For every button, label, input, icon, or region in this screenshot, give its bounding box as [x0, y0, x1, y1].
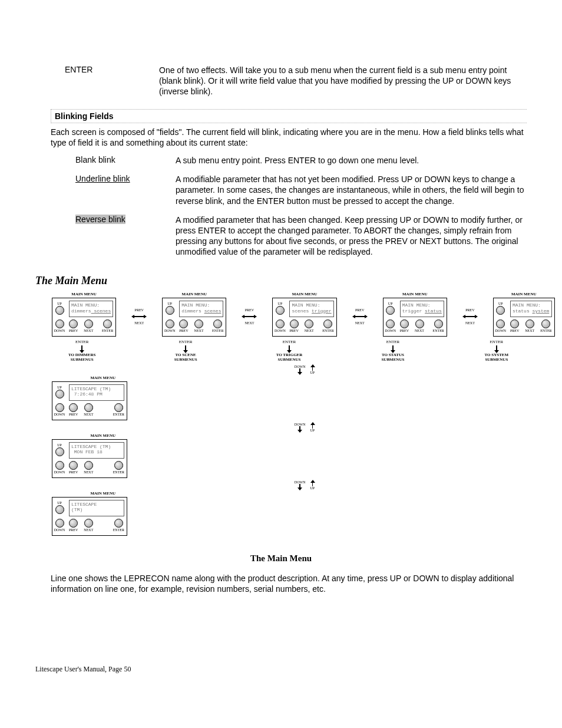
up-button[interactable]	[55, 447, 64, 456]
menu-unit-box: UPDOWNLITESCAPE (TM) 7:26:48 PMPREVNEXTE…	[52, 381, 127, 420]
lcd-screen: LITESCAPE (TM) MON FEB 18	[69, 442, 124, 459]
up-button[interactable]	[276, 306, 285, 315]
enter-label: ENTER	[102, 329, 113, 332]
prev-button[interactable]	[290, 319, 299, 328]
down-label: DOWN	[54, 528, 65, 532]
up-label: UP	[495, 302, 507, 305]
down-button[interactable]	[166, 319, 174, 328]
up-label: UP	[310, 429, 315, 432]
enter-button[interactable]	[434, 319, 443, 328]
blinking-intro: Each screen is composed of "fields". The…	[51, 127, 527, 148]
enter-body: One of two effects. Will take you to a s…	[159, 65, 527, 97]
down-button[interactable]	[55, 403, 64, 412]
enter-button[interactable]	[103, 319, 112, 328]
enter-submenu-arrow: ENTERTO SYSTEMSUBMENUS	[467, 340, 527, 362]
next-button[interactable]	[194, 319, 203, 328]
prev-next-connector: PREVNEXT	[464, 308, 477, 325]
underline-blink-term: Underline blink	[75, 174, 130, 183]
prev-label: PREV	[289, 329, 298, 332]
menu-unit: MAIN MENUUPDOWNMAIN MENU: trigger status…	[383, 292, 447, 337]
down-up-connector: DOWNUP	[82, 365, 527, 374]
menu-unit-box: UPDOWNMAIN MENU: dimmers scenesPREVNEXTE…	[162, 298, 226, 337]
up-button[interactable]	[55, 390, 64, 398]
next-label: NEXT	[244, 321, 254, 325]
enter-button[interactable]	[114, 519, 123, 528]
next-label: NEXT	[84, 528, 93, 532]
down-button[interactable]	[55, 519, 64, 528]
enter-button[interactable]	[114, 461, 123, 470]
down-button[interactable]	[55, 461, 64, 470]
down-button[interactable]	[276, 319, 285, 328]
prev-button[interactable]	[69, 519, 78, 528]
menu-unit-title: MAIN MENU	[52, 491, 127, 496]
prev-button[interactable]	[69, 461, 78, 470]
prev-label: PREV	[69, 413, 78, 416]
lcd-screen: MAIN MENU: dimmers scenes	[69, 301, 113, 317]
prev-next-connector: PREVNEXT	[353, 308, 366, 325]
next-label: NEXT	[84, 329, 93, 332]
lcd-screen: MAIN MENU: dimmers scenes	[179, 301, 223, 317]
next-button[interactable]	[84, 519, 93, 528]
prev-button[interactable]	[69, 319, 78, 328]
up-button[interactable]	[55, 505, 64, 514]
prev-button[interactable]	[400, 319, 409, 328]
enter-button[interactable]	[323, 319, 332, 328]
menu-unit-title: MAIN MENU	[52, 375, 127, 380]
next-label: NEXT	[134, 321, 144, 325]
up-button[interactable]	[55, 306, 64, 315]
menu-unit-title: MAIN MENU	[52, 292, 116, 297]
up-button[interactable]	[166, 306, 174, 315]
up-label: UP	[164, 302, 176, 305]
next-label: NEXT	[355, 321, 365, 325]
enter-button[interactable]	[541, 319, 550, 328]
diagram-caption: The Main Menu	[35, 554, 527, 564]
up-label: UP	[54, 386, 65, 389]
down-button[interactable]	[386, 319, 395, 328]
lcd-screen: LITESCAPE (TM)	[69, 500, 124, 516]
menu-unit-title: MAIN MENU	[162, 292, 226, 297]
prev-label: PREV	[69, 470, 78, 474]
menu-unit-box: UPDOWNMAIN MENU: status systemPREVNEXTEN…	[493, 298, 555, 337]
blank-blink-body: A sub menu entry point. Press ENTER to g…	[176, 155, 527, 166]
menu-unit-title: MAIN MENU	[493, 292, 555, 297]
down-label: DOWN	[54, 329, 65, 332]
up-button[interactable]	[386, 306, 395, 315]
next-button[interactable]	[305, 319, 313, 328]
menu-unit-box: UPDOWNMAIN MENU: dimmers scenesPREVNEXTE…	[52, 298, 116, 337]
lcd-screen: MAIN MENU: status system	[510, 301, 552, 317]
down-label: DOWN	[274, 329, 286, 332]
down-button[interactable]	[496, 319, 505, 328]
enter-label: ENTER	[386, 340, 400, 345]
menu-unit-title: MAIN MENU	[52, 433, 127, 438]
down-button[interactable]	[55, 319, 64, 328]
menu-unit: MAIN MENUUPDOWNMAIN MENU: dimmers scenes…	[162, 292, 226, 337]
lcd-screen: LITESCAPE (TM) 7:26:48 PM	[69, 384, 124, 401]
blank-blink-row: Blank blink A sub menu entry point. Pres…	[75, 155, 527, 166]
submenu-label-2: SUBMENUS	[174, 357, 197, 362]
enter-submenu-arrow: ENTERTO STATUSSUBMENUS	[363, 340, 423, 362]
prev-button[interactable]	[510, 319, 519, 328]
next-button[interactable]	[415, 319, 424, 328]
menu-diagram: MAIN MENUUPDOWNMAIN MENU: dimmers scenes…	[52, 292, 527, 535]
up-label: UP	[54, 501, 65, 505]
up-label: UP	[274, 302, 286, 305]
enter-definition: ENTER One of two effects. Will take you …	[35, 65, 527, 97]
prev-button[interactable]	[69, 403, 78, 412]
down-label: DOWN	[54, 413, 65, 416]
enter-button[interactable]	[213, 319, 222, 328]
next-label: NEXT	[305, 329, 314, 332]
reverse-blink-row: Reverse blink A modified parameter that …	[75, 215, 527, 258]
up-button[interactable]	[496, 306, 505, 315]
next-label: NEXT	[84, 470, 93, 474]
prev-button[interactable]	[179, 319, 188, 328]
menu-unit: MAIN MENUUPDOWNMAIN MENU: scenes trigger…	[272, 292, 336, 337]
next-button[interactable]	[84, 319, 93, 328]
enter-button[interactable]	[114, 403, 123, 412]
up-label: UP	[310, 486, 315, 490]
next-button[interactable]	[84, 461, 93, 470]
enter-label: ENTER	[540, 329, 551, 332]
menu-unit: MAIN MENUUPDOWNMAIN MENU: status systemP…	[493, 292, 555, 337]
enter-submenu-arrow: ENTERTO TRIGGERSUBMENUS	[259, 340, 319, 362]
next-button[interactable]	[84, 403, 93, 412]
next-button[interactable]	[525, 319, 534, 328]
